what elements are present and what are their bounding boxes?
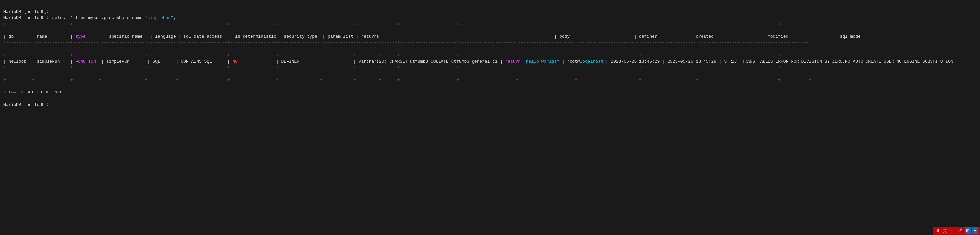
- blank-4: [3, 84, 6, 88]
- sb-grid-icon[interactable]: ⊞: [965, 227, 971, 234]
- statusbar: S 英 ·, 🎤 ⊞ ✱: [933, 227, 980, 235]
- prompt-line-1: MariaDB [hellodb]>: [3, 9, 49, 14]
- blank-5: [3, 96, 6, 101]
- divider-3: +----------+--------------+----------+--…: [3, 53, 812, 58]
- sb-lang[interactable]: 英: [942, 227, 948, 234]
- blank-3: [3, 71, 6, 76]
- cmd-line: MariaDB [hellodb]> select * from mysql.p…: [3, 16, 176, 21]
- sb-star-icon[interactable]: ✱: [972, 227, 978, 234]
- sb-brand-icon: S: [935, 227, 940, 234]
- divider-4: +----------+--------------+----------+--…: [3, 65, 812, 70]
- blank-2: [3, 46, 6, 51]
- divider-2: +----------+--------------+----------+--…: [3, 40, 812, 45]
- final-prompt: MariaDB [hellodb]> █: [3, 103, 55, 107]
- divider-1: +----------+--------------+----------+--…: [3, 22, 812, 27]
- result-line: 1 row in set (0.001 sec): [3, 90, 65, 95]
- data-row-1: | hellodb | simpleFun | FUNCTION | simpl…: [3, 59, 980, 64]
- sb-dot: ·,: [950, 227, 955, 234]
- header-row-1: | db | name | type | specific_name | lan…: [3, 34, 980, 39]
- sb-mic-icon[interactable]: 🎤: [956, 227, 964, 234]
- blank-1: [3, 28, 6, 33]
- terminal-output: MariaDB [hellodb]> MariaDB [hellodb]> se…: [3, 3, 977, 108]
- divider-5: +----------+--------------+----------+--…: [3, 77, 812, 82]
